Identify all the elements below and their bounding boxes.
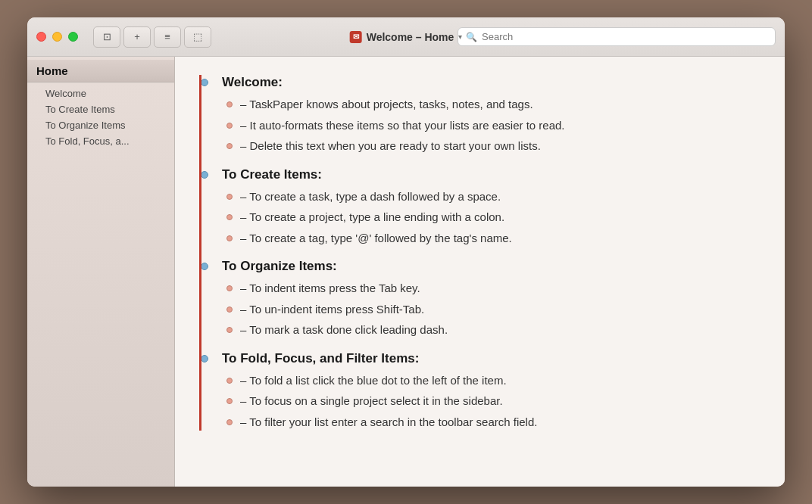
red-margin-line (199, 75, 201, 431)
task-list-welcome: – TaskPaper knows about projects, tasks,… (226, 96, 760, 155)
task-dot[interactable] (226, 123, 233, 129)
app-window: ⊡ + ≡ ⬚ ✉ Welcome – Home ▾ 🔍 Hom (27, 17, 785, 487)
sidebar-item-welcome[interactable]: Welcome (27, 86, 174, 101)
task-item: – TaskPaper knows about projects, tasks,… (226, 96, 760, 114)
task-dot[interactable] (226, 419, 233, 425)
heading-create-items: To Create Items: (214, 167, 760, 182)
task-item: – To fold a list click the blue dot to t… (226, 372, 760, 390)
list-icon: ≡ (164, 31, 170, 42)
minimize-button[interactable] (52, 32, 62, 42)
task-list-create-items: – To create a task, type a dash followed… (226, 188, 760, 247)
task-dot[interactable] (226, 378, 233, 384)
window-title: Welcome – Home (367, 31, 454, 43)
shape-button[interactable]: ⬚ (184, 26, 211, 48)
fold-dot-welcome[interactable] (201, 79, 208, 86)
add-button[interactable]: + (123, 26, 151, 48)
task-list-organize-items: – To indent items press the Tab key. – T… (226, 280, 760, 339)
titlebar-center: ✉ Welcome – Home ▾ (350, 31, 463, 43)
search-bar[interactable]: 🔍 (458, 27, 776, 46)
task-item: – To indent items press the Tab key. (226, 280, 760, 297)
task-dot[interactable] (226, 285, 233, 291)
task-item: – To un-indent items press Shift-Tab. (226, 301, 760, 319)
heading-organize-items: To Organize Items: (214, 259, 760, 274)
fold-dot-fold-focus[interactable] (201, 355, 208, 362)
titlebar-tools: ⊡ + ≡ ⬚ (93, 26, 211, 48)
task-dot[interactable] (226, 214, 233, 220)
task-item: – Delete this text when you are ready to… (226, 138, 760, 155)
task-dot[interactable] (226, 143, 233, 149)
task-item: – To create a project, type a line endin… (226, 209, 760, 226)
sidebar-item-create-items[interactable]: To Create Items (27, 101, 174, 117)
sidebar-toggle-button[interactable]: ⊡ (93, 26, 120, 48)
menu-button[interactable]: ≡ (154, 26, 181, 48)
task-dot[interactable] (226, 194, 233, 200)
shape-icon: ⬚ (193, 31, 202, 42)
task-dot[interactable] (226, 101, 233, 107)
task-item: – To mark a task done click leading dash… (226, 322, 760, 339)
sidebar-icon: ⊡ (103, 31, 111, 42)
fold-dot-organize-items[interactable] (201, 263, 208, 270)
traffic-lights (36, 32, 78, 42)
heading-welcome: Welcome: (214, 75, 760, 90)
maximize-button[interactable] (68, 32, 78, 42)
search-input[interactable] (482, 31, 767, 42)
task-list-fold-focus: – To fold a list click the blue dot to t… (226, 372, 760, 431)
app-icon: ✉ (350, 31, 362, 43)
task-dot[interactable] (226, 327, 233, 333)
task-dot[interactable] (226, 235, 233, 241)
plus-icon: + (134, 31, 140, 42)
section-organize-items: To Organize Items: – To indent items pre… (214, 259, 760, 339)
titlebar: ⊡ + ≡ ⬚ ✉ Welcome – Home ▾ 🔍 (27, 17, 785, 57)
heading-fold-focus: To Fold, Focus, and Filter Items: (214, 351, 760, 366)
sidebar-item-home[interactable]: Home (27, 60, 174, 82)
search-icon: 🔍 (466, 32, 477, 42)
fold-dot-create-items[interactable] (201, 171, 208, 179)
task-item: – To create a task, type a dash followed… (226, 188, 760, 206)
sidebar: Home Welcome To Create Items To Organize… (27, 57, 175, 487)
task-item: – To filter your list enter a search in … (226, 414, 760, 431)
section-fold-focus: To Fold, Focus, and Filter Items: – To f… (214, 351, 760, 431)
sidebar-item-organize-items[interactable]: To Organize Items (27, 117, 174, 133)
sidebar-item-fold-focus[interactable]: To Fold, Focus, a... (27, 133, 174, 149)
section-welcome: Welcome: – TaskPaper knows about project… (214, 75, 760, 155)
task-dot[interactable] (226, 398, 233, 404)
task-item: – To focus on a single project select it… (226, 393, 760, 410)
content-inner: Welcome: – TaskPaper knows about project… (199, 75, 760, 431)
task-dot[interactable] (226, 306, 233, 313)
main-area: Home Welcome To Create Items To Organize… (27, 57, 785, 487)
content-area: Welcome: – TaskPaper knows about project… (175, 57, 785, 487)
section-create-items: To Create Items: – To create a task, typ… (214, 167, 760, 247)
close-button[interactable] (36, 32, 46, 42)
task-item: – To create a tag, type '@' followed by … (226, 230, 760, 247)
chevron-down-icon[interactable]: ▾ (458, 33, 462, 41)
task-item: – It auto-formats these items so that yo… (226, 117, 760, 135)
